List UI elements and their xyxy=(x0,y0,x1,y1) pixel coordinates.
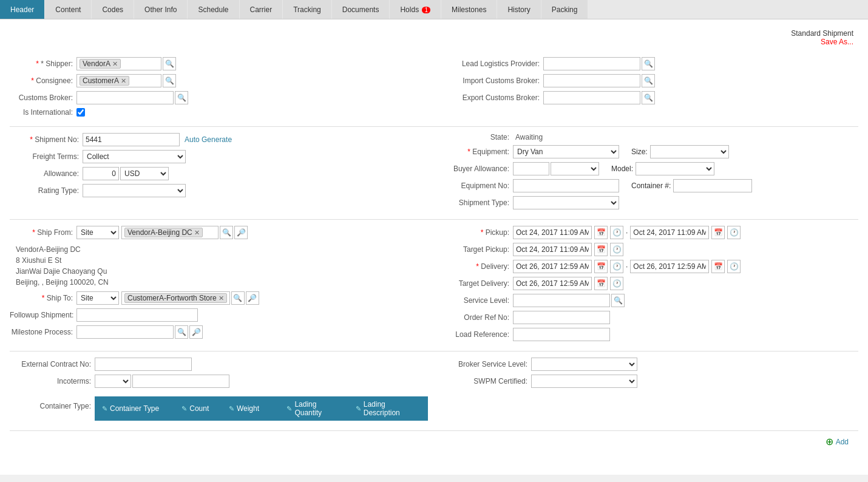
delivery-date-input1[interactable] xyxy=(513,260,592,273)
pickup-date-input1[interactable] xyxy=(513,226,592,239)
ship-to-camera-btn[interactable]: 🔍 xyxy=(231,291,245,305)
milestone-search-btn[interactable]: 🔎 xyxy=(189,325,203,339)
delivery-cal-btn1[interactable]: 📅 xyxy=(594,260,608,273)
buyer-allowance-label: Buyer Allowance: xyxy=(440,165,513,173)
ship-to-input[interactable]: CustomerA-Fortworth Store ✕ xyxy=(121,291,230,305)
import-customs-input[interactable] xyxy=(543,74,640,87)
tab-packing[interactable]: Packing xyxy=(541,0,588,19)
load-ref-input[interactable] xyxy=(513,328,610,341)
incoterms-select[interactable] xyxy=(95,375,131,388)
export-customs-search-btn[interactable]: 🔍 xyxy=(642,91,655,104)
delivery-cal-btn2[interactable]: 📅 xyxy=(711,260,725,273)
target-delivery-clock-btn[interactable]: 🕐 xyxy=(610,277,623,290)
tab-tracking[interactable]: Tracking xyxy=(283,0,331,19)
target-pickup-clock-btn[interactable]: 🕐 xyxy=(610,243,623,256)
pickup-clock-btn2[interactable]: 🕐 xyxy=(727,226,741,239)
ship-from-camera-btn[interactable]: 🔍 xyxy=(220,226,233,239)
buyer-allowance-input[interactable] xyxy=(513,162,549,175)
ship-from-input[interactable]: VendorA-Beijing DC ✕ xyxy=(121,226,219,239)
tab-documents[interactable]: Documents xyxy=(332,0,390,19)
pickup-cal-btn1[interactable]: 📅 xyxy=(594,226,608,239)
shipper-row: * * Shipper: VendorA ✕ 🔍 xyxy=(10,57,428,70)
service-level-label: Service Level: xyxy=(440,296,513,305)
ship-from-type-select[interactable]: Site xyxy=(76,226,119,239)
ship-from-tag-remove[interactable]: ✕ xyxy=(194,229,200,237)
ship-to-search-btn[interactable]: 🔎 xyxy=(246,291,259,305)
tab-other-info[interactable]: Other Info xyxy=(134,0,187,19)
ship-from-search-btn[interactable]: 🔎 xyxy=(234,226,248,239)
target-pickup-input[interactable] xyxy=(513,243,592,256)
camera-icon10: 🔍 xyxy=(614,296,623,305)
customs-broker-search-btn[interactable]: 🔍 xyxy=(175,91,188,104)
service-level-input[interactable] xyxy=(513,294,610,307)
camera-icon3: 🔍 xyxy=(177,93,186,102)
shipment-type-label: Shipment Type: xyxy=(440,199,513,207)
tab-holds[interactable]: Holds 1 xyxy=(390,0,441,19)
equipment-select[interactable]: Dry Van xyxy=(513,145,619,158)
allowance-currency-select[interactable]: USD xyxy=(120,167,169,180)
tab-carrier[interactable]: Carrier xyxy=(240,0,283,19)
swpm-select[interactable] xyxy=(531,375,637,388)
followup-row: Followup Shipment: xyxy=(10,308,428,322)
external-contract-input[interactable] xyxy=(95,358,192,371)
order-ref-input[interactable] xyxy=(513,311,610,324)
milestone-camera-btn[interactable]: 🔍 xyxy=(175,325,188,339)
tab-schedule[interactable]: Schedule xyxy=(188,0,239,19)
milestone-input[interactable] xyxy=(76,325,174,339)
container-table-header: ✎ Container Type ✎ Count ✎ Weight xyxy=(95,396,428,421)
target-delivery-cal-btn[interactable]: 📅 xyxy=(594,277,608,290)
broker-service-select[interactable] xyxy=(531,358,637,371)
consignee-search-btn[interactable]: 🔍 xyxy=(163,74,176,87)
pickup-cal-btn2[interactable]: 📅 xyxy=(711,226,725,239)
delivery-date-input2[interactable] xyxy=(630,260,709,273)
consignee-label: * Consignee: xyxy=(10,76,76,85)
delivery-clock-btn2[interactable]: 🕐 xyxy=(727,260,741,273)
is-international-checkbox[interactable] xyxy=(76,108,85,117)
add-row[interactable]: ⊕ Add xyxy=(10,431,858,452)
shipper-tag-remove[interactable]: ✕ xyxy=(112,60,118,68)
pickup-datetime1: 📅 🕐 xyxy=(513,226,623,239)
lead-logistics-search-btn[interactable]: 🔍 xyxy=(642,57,655,70)
shipper-input[interactable]: VendorA ✕ xyxy=(76,57,161,70)
save-as-link[interactable]: Save As... xyxy=(791,38,853,46)
tab-header[interactable]: Header xyxy=(0,0,44,19)
allowance-input[interactable] xyxy=(83,167,119,180)
rating-type-select[interactable] xyxy=(83,184,186,197)
buyer-allowance-select[interactable] xyxy=(551,162,599,175)
ship-to-type-select[interactable]: Site xyxy=(76,291,119,305)
target-delivery-input[interactable] xyxy=(513,277,592,290)
container-hash-input[interactable] xyxy=(673,179,752,192)
shipment-type-select[interactable] xyxy=(513,196,619,209)
equipment-no-input[interactable] xyxy=(513,179,619,192)
order-ref-label: Order Ref No: xyxy=(440,313,513,322)
section-routing: * Ship From: Site VendorA-Beijing DC ✕ 🔍 xyxy=(10,220,858,351)
pickup-clock-btn1[interactable]: 🕐 xyxy=(610,226,623,239)
shipper-search-btn[interactable]: 🔍 xyxy=(163,57,176,70)
tab-milestones[interactable]: Milestones xyxy=(441,0,497,19)
followup-input[interactable] xyxy=(76,308,198,322)
export-customs-label: Export Customs Broker: xyxy=(440,93,543,102)
target-pickup-cal-btn[interactable]: 📅 xyxy=(594,243,608,256)
freight-terms-select[interactable]: Collect xyxy=(83,150,186,163)
tab-history[interactable]: History xyxy=(497,0,540,19)
pickup-date-input2[interactable] xyxy=(630,226,709,239)
add-label[interactable]: Add xyxy=(836,438,849,446)
size-select[interactable] xyxy=(650,145,729,158)
lead-logistics-input[interactable] xyxy=(543,57,640,70)
model-select[interactable] xyxy=(636,162,714,175)
ship-to-tag-remove[interactable]: ✕ xyxy=(219,294,224,302)
customs-broker-input[interactable] xyxy=(76,91,174,104)
tab-content[interactable]: Content xyxy=(45,0,91,19)
consignee-input[interactable]: CustomerA ✕ xyxy=(76,74,161,87)
import-customs-row: Import Customs Broker: 🔍 xyxy=(440,74,858,87)
export-customs-input[interactable] xyxy=(543,91,640,104)
incoterms-input[interactable] xyxy=(132,375,229,388)
auto-generate-link[interactable]: Auto Generate xyxy=(185,135,232,144)
import-customs-search-btn[interactable]: 🔍 xyxy=(642,74,655,87)
delivery-clock-btn1[interactable]: 🕐 xyxy=(610,260,623,273)
shipment-no-input[interactable]: 5441 xyxy=(83,133,180,146)
service-level-search-btn[interactable]: 🔍 xyxy=(611,294,625,307)
consignee-tag-remove[interactable]: ✕ xyxy=(121,77,126,85)
target-delivery-datetime: 📅 🕐 xyxy=(513,277,623,290)
tab-codes[interactable]: Codes xyxy=(92,0,134,19)
